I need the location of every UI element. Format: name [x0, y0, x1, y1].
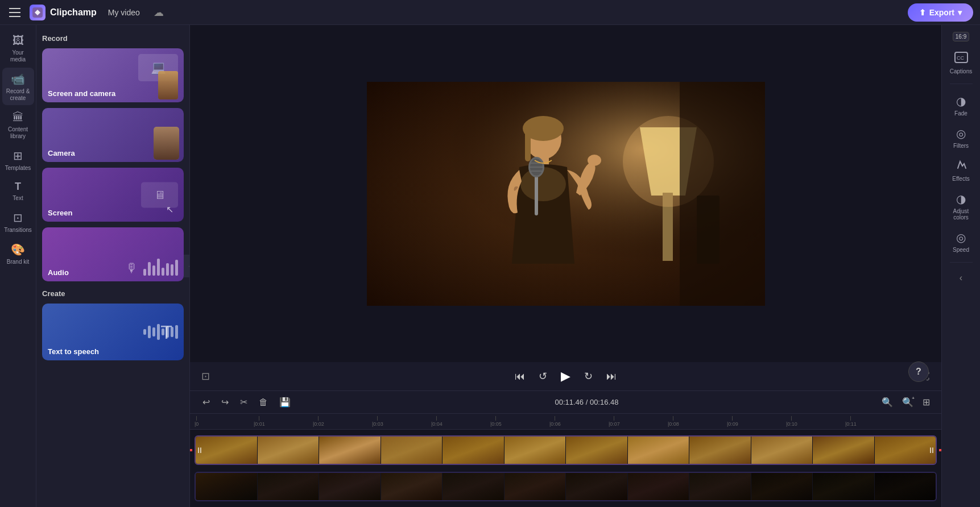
cut-button[interactable]: ✂	[237, 394, 251, 410]
filters-tool[interactable]: ◎ Filters	[945, 122, 977, 152]
screen-camera-card[interactable]: Screen and camera 💻	[42, 48, 184, 102]
right-sidebar-divider-2	[950, 262, 973, 263]
track-dark-thumb-9	[689, 473, 751, 500]
video-area: ⊡ ⏮ ↺ ▶ ↻ ⏭ ⛶ ↩ ↪ ✂ 🗑 💾 00:11.46 / 00:16…	[190, 25, 941, 507]
fit-button[interactable]: ⊞	[920, 394, 932, 410]
aspect-ratio-badge[interactable]: 16:9	[953, 32, 969, 41]
track-thumb-3	[319, 437, 381, 464]
track-thumb-2	[258, 437, 319, 464]
sidebar-item-text[interactable]: T Text	[2, 176, 34, 205]
ruler-mark-2: |0:02	[313, 416, 324, 427]
zoom-in-button[interactable]: 🔍+	[900, 394, 916, 410]
mic-deco-icon: 🎙	[126, 261, 138, 276]
ruler-marks: |0 |0:01 |0:02 |0:03	[195, 416, 937, 427]
track-dark-thumb-10	[751, 473, 813, 500]
sidebar-item-content-library[interactable]: 🏛 Content library	[2, 106, 34, 143]
track-dark-thumb-12	[875, 473, 936, 500]
text-label: Text	[13, 195, 23, 202]
timeline-track-2	[195, 469, 937, 504]
undo-button[interactable]: ↩	[199, 394, 213, 410]
ruler-mark-4: |0:04	[431, 416, 443, 427]
left-sidebar: 🖼 Your media 📹 Record & create 🏛 Content…	[0, 25, 36, 507]
crop-button[interactable]: ⊡	[201, 370, 210, 383]
ruler-mark-6: |0:06	[549, 416, 561, 427]
play-button[interactable]: ▶	[559, 367, 573, 386]
cursor-deco: ↖	[166, 204, 173, 215]
screen-card[interactable]: Screen 🖥 ↖	[42, 168, 184, 222]
tts-wave-deco	[143, 324, 178, 340]
track-thumb-9	[689, 437, 751, 464]
templates-label: Templates	[5, 165, 31, 172]
adjust-colors-tool[interactable]: ◑ Adjust colors	[945, 188, 977, 224]
ruler-mark-1: |0:01	[254, 416, 265, 427]
ruler-mark-11: |0:11	[845, 416, 857, 427]
track-thumb-10	[751, 437, 813, 464]
track-strip-1[interactable]: ⏸ ⏸	[195, 435, 937, 465]
timeline-toolbar: ↩ ↪ ✂ 🗑 💾 00:11.46 / 00:16.48 🔍 🔍+ ⊞	[190, 390, 941, 413]
effects-label: Effects	[952, 176, 969, 182]
video-scene-svg	[367, 82, 765, 306]
right-sidebar-tools: 16:9 CC Captions ◑ Fade ◎	[942, 32, 980, 286]
captions-item[interactable]: CC Captions	[948, 48, 974, 78]
svg-point-12	[588, 155, 601, 166]
skip-forward-button[interactable]: ⏭	[604, 368, 619, 385]
templates-icon: ⊞	[13, 149, 23, 163]
sidebar-collapse-tool[interactable]: ‹	[945, 268, 977, 286]
delete-button[interactable]: 🗑	[255, 395, 271, 410]
captions-icon: CC	[954, 52, 968, 67]
sidebar-item-transitions[interactable]: ⊡ Transitions	[2, 206, 34, 237]
right-arrow	[939, 444, 941, 456]
video-preview	[367, 82, 765, 306]
filters-label: Filters	[953, 143, 969, 149]
track-thumb-5	[443, 437, 504, 464]
fade-tool[interactable]: ◑ Fade	[945, 90, 977, 120]
track-dark-thumb-8	[628, 473, 689, 500]
transitions-icon: ⊡	[13, 211, 23, 225]
fade-label: Fade	[954, 110, 967, 117]
timeline-area[interactable]: |0 |0:01 |0:02 |0:03	[190, 413, 941, 507]
sidebar-item-record[interactable]: 📹 Record & create	[2, 68, 34, 105]
skip-back-button[interactable]: ⏮	[512, 368, 527, 385]
panel-collapse-button[interactable]: ‹	[184, 255, 190, 277]
record-section-title: Record	[42, 34, 184, 43]
content-library-label: Content library	[5, 126, 32, 140]
audio-card[interactable]: Audio 🎙	[42, 227, 184, 281]
content-library-icon: 🏛	[13, 111, 24, 124]
menu-button[interactable]	[7, 5, 23, 20]
export-button[interactable]: ⬆ Export ▾	[908, 3, 973, 22]
help-button[interactable]: ?	[908, 361, 929, 382]
app-logo[interactable]: Clipchamp	[30, 5, 97, 20]
svg-rect-9	[525, 127, 531, 161]
ruler-mark-10: |0:10	[786, 416, 797, 427]
tts-card[interactable]: Text to speech T	[42, 304, 184, 360]
audio-label: Audio	[48, 268, 69, 277]
zoom-out-button[interactable]: 🔍	[879, 394, 895, 410]
track-thumb-4	[381, 437, 443, 464]
track-dark-thumb-7	[566, 473, 627, 500]
rewind-button[interactable]: ↺	[536, 368, 549, 385]
speed-icon: ◎	[956, 231, 966, 244]
save-button[interactable]: 💾	[276, 394, 294, 410]
ruler-mark-5: |0:05	[490, 416, 502, 427]
track-thumb-1	[196, 437, 257, 464]
redo-button[interactable]: ↪	[218, 394, 232, 410]
sidebar-item-your-media[interactable]: 🖼 Your media	[2, 30, 34, 67]
fast-forward-button[interactable]: ↻	[582, 368, 595, 385]
sidebar-item-brand-kit[interactable]: 🎨 Brand kit	[2, 238, 34, 269]
cloud-icon[interactable]: ☁	[154, 6, 164, 19]
track-dark-thumb-4	[381, 473, 443, 500]
transitions-label: Transitions	[4, 227, 32, 234]
brand-kit-label: Brand kit	[7, 259, 29, 265]
right-sidebar: 16:9 CC Captions ◑ Fade ◎	[941, 25, 980, 507]
left-arrow	[190, 444, 192, 456]
export-chevron: ▾	[958, 8, 962, 17]
sidebar-item-templates[interactable]: ⊞ Templates	[2, 144, 34, 175]
track-strip-2[interactable]	[195, 472, 937, 501]
effects-tool[interactable]: Effects	[945, 155, 977, 185]
timeline-ruler: |0 |0:01 |0:02 |0:03	[190, 414, 941, 430]
record-label: Record & create	[5, 88, 32, 102]
captions-label: Captions	[950, 68, 972, 74]
camera-card[interactable]: Camera	[42, 108, 184, 162]
speed-tool[interactable]: ◎ Speed	[945, 226, 977, 256]
video-title[interactable]: My video	[104, 6, 144, 19]
